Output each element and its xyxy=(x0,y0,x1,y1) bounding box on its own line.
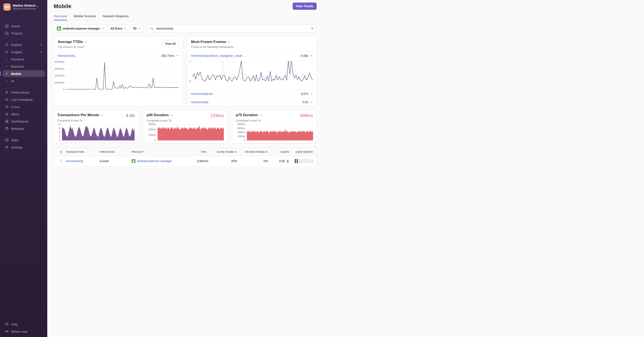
transactions-table: TRANSACTION OPERATION PROJECT TPM ↓ SLOW… xyxy=(54,147,317,166)
archive-icon xyxy=(5,126,9,131)
search-icon xyxy=(5,42,9,47)
frozen-transaction-link[interactable]: HomeActivity xyxy=(191,100,208,104)
sidebar-item-issues[interactable]: Issues xyxy=(2,22,45,29)
project-selector[interactable]: android-expense-manager xyxy=(54,25,107,32)
chevron-down-icon[interactable] xyxy=(310,101,313,103)
sidebar: MH Markus Hinterst… Markus Hintersteiner… xyxy=(0,0,47,168)
chevron-down-icon xyxy=(84,41,87,43)
header-transaction[interactable]: TRANSACTION xyxy=(66,151,100,153)
sidebar-item-dashboards[interactable]: Dashboards xyxy=(2,118,45,125)
ttid-value: 263.72ms xyxy=(162,54,174,57)
header-operation[interactable]: OPERATION xyxy=(100,151,132,153)
user-menu[interactable]: MH Markus Hinterst… Markus Hintersteiner xyxy=(2,3,45,11)
tpm-chart: 86420 xyxy=(57,124,134,140)
sidebar-item-performance[interactable]: Performance xyxy=(2,89,45,96)
chevron-down-icon xyxy=(260,114,262,116)
p75-title[interactable]: p75 Duration xyxy=(236,113,262,117)
sidebar-item-releases[interactable]: Releases xyxy=(2,125,45,132)
chevron-up-icon[interactable] xyxy=(310,54,313,57)
sidebar-item-mobile[interactable]: Mobile xyxy=(2,70,45,77)
most-frozen-frames-card: Most Frozen Frames Found in the followin… xyxy=(187,36,317,106)
page-title: Mobile xyxy=(54,3,317,9)
header-users[interactable]: USERS xyxy=(268,151,289,153)
p75-subtitle: Compared to last 7d xyxy=(236,119,313,122)
sidebar-item-stats[interactable]: Stats xyxy=(2,137,45,143)
table-row[interactable]: HomeActivity ui.load android-expense-man… xyxy=(54,156,316,166)
chevron-down-icon xyxy=(102,27,104,30)
filter-bar: android-expense-manager All Envs 7D xyxy=(54,25,317,32)
chevron-down-icon xyxy=(138,27,141,30)
sidebar-item-crons[interactable]: Crons xyxy=(2,103,45,110)
tpm-subtitle: Compared to last 7d xyxy=(57,119,134,122)
header-tpm[interactable]: TPM ↓ xyxy=(185,150,208,153)
average-ttids-card: Average TTIDs Top screens by count View … xyxy=(54,36,183,106)
filter-group: android-expense-manager All Envs 7D xyxy=(54,25,144,32)
header-project[interactable]: PROJECT xyxy=(132,151,185,153)
tpm-cell: 3.89/min xyxy=(185,159,208,163)
view-trends-button[interactable]: View Trends xyxy=(292,2,317,10)
chevron-down-icon xyxy=(101,114,103,116)
ttid-chart: 4000ms3000ms2000ms1000ms0 xyxy=(54,62,179,89)
average-ttids-title[interactable]: Average TTIDs xyxy=(58,40,87,44)
frozen-transaction-link[interactable]: HomeActivity.list xyxy=(191,92,213,95)
ttid-transaction-link[interactable]: HomeActivity xyxy=(58,54,75,57)
chevron-down-icon xyxy=(124,27,126,30)
sidebar-item-ai[interactable]: AI xyxy=(2,77,45,84)
star-header-icon[interactable] xyxy=(56,150,66,154)
table-header: TRANSACTION OPERATION PROJECT TPM ↓ SLOW… xyxy=(54,148,316,156)
p50-value: 219ms xyxy=(210,113,224,118)
chevron-down-icon xyxy=(228,41,230,43)
tpm-plot xyxy=(62,124,134,140)
sidebar-item-projects[interactable]: Projects xyxy=(2,30,45,36)
chevron-up-icon xyxy=(40,51,42,53)
search-input-wrapper xyxy=(147,25,317,32)
header-frozen-frame[interactable]: FROZEN FRAME % xyxy=(237,151,268,153)
sidebar-item-insights[interactable]: Insights xyxy=(2,48,45,55)
dashboard-icon xyxy=(5,119,9,123)
search-input[interactable] xyxy=(156,27,308,30)
clear-search-icon[interactable] xyxy=(311,27,314,30)
user-name: Markus Hinterst… xyxy=(13,4,38,7)
sidebar-item-user-feedback[interactable]: User Feedback xyxy=(2,96,45,103)
header-user-misery[interactable]: USER MISERY xyxy=(289,151,313,153)
user-misery-bars xyxy=(295,159,313,163)
projects-icon xyxy=(5,31,9,35)
tab-network-requests[interactable]: Network Requests xyxy=(103,14,129,20)
sidebar-item-frontend[interactable]: Frontend xyxy=(2,56,45,62)
main-content: Mobile View Trends Overview Mobile Scree… xyxy=(47,0,322,168)
tab-mobile-screens[interactable]: Mobile Screens xyxy=(74,14,96,20)
sidebar-item-explore[interactable]: Explore xyxy=(2,41,45,48)
p50-y-axis: 300ms200ms100ms0 xyxy=(146,124,158,140)
siren-icon xyxy=(5,112,9,116)
tpm-title[interactable]: Transactions Per Minute xyxy=(57,113,103,117)
tpm-value: 4.04 xyxy=(126,113,134,118)
transaction-link[interactable]: HomeActivity xyxy=(66,159,100,163)
sidebar-item-backend[interactable]: Backend xyxy=(2,63,45,70)
sidebar-item-settings[interactable]: Settings xyxy=(2,144,45,151)
period-selector[interactable]: 7D xyxy=(130,25,144,32)
frozen-value: 0.082 xyxy=(301,54,308,57)
p50-title[interactable]: p50 Duration xyxy=(146,113,173,117)
most-frozen-frames-title[interactable]: Most Frozen Frames xyxy=(191,40,230,44)
p75-y-axis: 800ms600ms400ms200ms0 xyxy=(236,124,247,140)
tpm-y-axis: 86420 xyxy=(57,124,62,140)
header-slow-frame[interactable]: SLOW FRAME % xyxy=(208,151,237,153)
sidebar-item-alerts[interactable]: Alerts xyxy=(2,111,45,117)
project-cell[interactable]: android-expense-manager xyxy=(132,159,185,163)
lightning-icon xyxy=(5,90,9,94)
star-icon[interactable] xyxy=(56,159,66,163)
chevron-up-icon[interactable] xyxy=(176,54,179,57)
insights-icon xyxy=(5,50,9,54)
user-icon xyxy=(286,160,289,163)
android-project-icon xyxy=(132,159,136,163)
bullet-icon xyxy=(5,79,9,83)
chevron-down-icon[interactable] xyxy=(310,92,313,95)
sort-desc-icon: ↓ xyxy=(207,150,208,153)
p50-chart: 300ms200ms100ms0 xyxy=(146,124,224,140)
megaphone-icon xyxy=(5,97,9,102)
env-selector[interactable]: All Envs xyxy=(108,25,130,32)
frozen-transaction-link[interactable]: HomeActivity.bottom_navigation_small … xyxy=(191,54,246,57)
chevron-down-icon xyxy=(170,114,173,116)
view-all-button[interactable]: View All xyxy=(162,40,179,47)
tab-overview[interactable]: Overview xyxy=(54,14,67,20)
